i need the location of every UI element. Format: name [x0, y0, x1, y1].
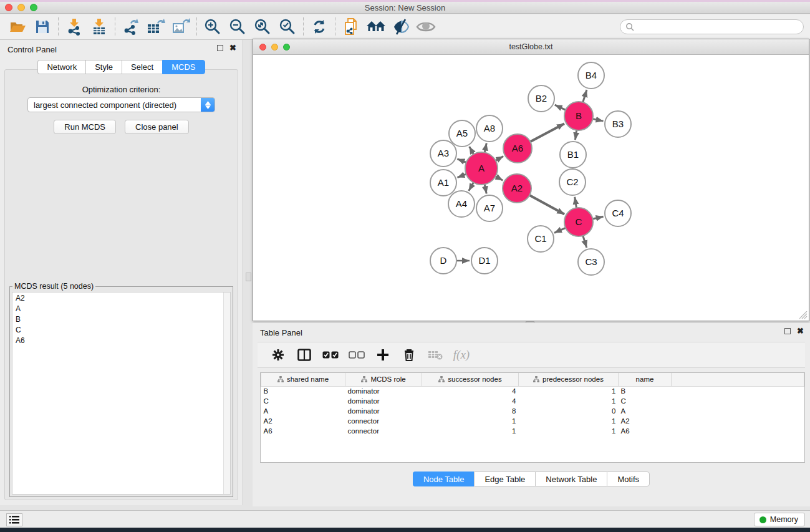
add-column-icon[interactable]	[372, 344, 393, 365]
clone-network-icon[interactable]	[339, 16, 364, 37]
graph-node[interactable]: A2	[503, 174, 531, 203]
column-header-mcds-role[interactable]: MCDS role	[345, 373, 422, 386]
search-input[interactable]	[634, 22, 803, 31]
column-header-predecessor-nodes[interactable]: predecessor nodes	[519, 373, 619, 386]
graph-edge[interactable]	[554, 228, 566, 233]
graph-edge[interactable]	[575, 130, 576, 140]
mcds-list-scrollbar[interactable]	[223, 293, 230, 494]
graph-node[interactable]: C1	[528, 226, 554, 252]
graph-node[interactable]: B2	[528, 85, 554, 112]
graph-edge[interactable]	[555, 105, 566, 110]
tab-style[interactable]: Style	[85, 60, 122, 74]
delete-table-icon[interactable]	[425, 344, 446, 365]
open-file-icon[interactable]	[5, 16, 30, 37]
tab-edge-table[interactable]: Edge Table	[474, 472, 535, 486]
delete-column-icon[interactable]	[398, 344, 420, 365]
optimization-criterion-select[interactable]: largest connected component (directed)	[27, 97, 215, 112]
table-row[interactable]: Cdominator41C	[261, 396, 804, 406]
zoom-fit-icon[interactable]	[250, 16, 275, 37]
graph-node[interactable]: C3	[578, 249, 604, 275]
tab-select[interactable]: Select	[122, 60, 162, 74]
function-builder-icon[interactable]: f(x)	[451, 344, 472, 365]
mcds-result-item[interactable]: A2	[12, 293, 230, 303]
node-table[interactable]: shared name MCDS role successor nodes pr…	[260, 372, 805, 463]
network-canvas[interactable]: AA1A2A3A4A5A6A7A8BB1B2B3B4CC1C2C3C4DD1	[253, 56, 809, 321]
column-header-successor-nodes[interactable]: successor nodes	[422, 373, 519, 386]
close-panel-button[interactable]: Close panel	[125, 120, 189, 134]
float-panel-icon[interactable]	[217, 45, 223, 51]
home-icon[interactable]	[364, 16, 388, 37]
tab-node-table[interactable]: Node Table	[413, 472, 475, 486]
graph-node[interactable]: D1	[471, 248, 498, 274]
graph-edge[interactable]	[592, 216, 603, 219]
graph-node[interactable]: B4	[578, 62, 604, 89]
graph-edge[interactable]	[593, 119, 604, 122]
column-header-shared-name[interactable]: shared name	[261, 373, 345, 386]
import-table-icon[interactable]	[87, 16, 112, 37]
graph-edge[interactable]	[583, 90, 587, 102]
network-window-titlebar[interactable]: testGlobe.txt	[253, 39, 809, 55]
zoom-out-icon[interactable]	[225, 16, 250, 37]
mcds-result-list[interactable]: A2ABCA6	[12, 292, 231, 495]
graph-edge[interactable]	[529, 195, 564, 215]
tab-mcds[interactable]: MCDS	[162, 60, 205, 74]
graph-node[interactable]: A7	[476, 195, 503, 221]
select-all-checks-icon[interactable]	[320, 344, 341, 365]
graph-edge[interactable]	[496, 177, 503, 181]
mcds-result-item[interactable]: A6	[12, 335, 230, 346]
export-table-icon[interactable]	[143, 16, 168, 37]
graph-edge[interactable]	[457, 159, 466, 163]
task-history-button[interactable]	[6, 513, 22, 526]
graph-edge[interactable]	[457, 174, 466, 177]
close-panel-icon[interactable]: ✖	[229, 45, 236, 51]
table-close-panel-icon[interactable]: ✖	[797, 328, 804, 334]
tab-network-table[interactable]: Network Table	[535, 472, 607, 486]
hide-panels-icon[interactable]	[388, 16, 413, 37]
refresh-icon[interactable]	[307, 16, 332, 37]
graph-node[interactable]: A4	[448, 191, 475, 217]
search-field[interactable]	[620, 19, 804, 34]
table-row[interactable]: Adominator80A	[261, 406, 804, 416]
graph-node[interactable]: A8	[476, 115, 503, 142]
tab-motifs[interactable]: Motifs	[607, 472, 650, 486]
column-selector-icon[interactable]	[294, 344, 315, 365]
graph-edge[interactable]	[575, 197, 577, 208]
graph-node[interactable]: C2	[559, 169, 586, 195]
graph-edge[interactable]	[470, 147, 474, 154]
graph-node[interactable]: A1	[430, 170, 456, 196]
tab-network[interactable]: Network	[37, 60, 85, 74]
mcds-result-item[interactable]: B	[12, 314, 230, 324]
zoom-in-icon[interactable]	[200, 16, 225, 37]
graph-node[interactable]: A	[465, 152, 498, 185]
export-network-icon[interactable]	[118, 16, 143, 37]
mcds-result-item[interactable]: C	[12, 324, 230, 335]
graph-node[interactable]: C4	[605, 200, 631, 226]
table-row[interactable]: A2connector11A2	[261, 416, 804, 426]
graph-node[interactable]: C	[564, 208, 593, 236]
graph-node[interactable]: A3	[430, 140, 456, 167]
memory-button[interactable]: Memory	[754, 513, 805, 526]
graph-edge[interactable]	[496, 157, 503, 161]
network-graph[interactable]: AA1A2A3A4A5A6A7A8BB1B2B3B4CC1C2C3C4DD1	[253, 56, 809, 321]
mcds-result-item[interactable]: A	[12, 303, 230, 314]
vertical-split-handle[interactable]	[246, 273, 251, 281]
graph-edge[interactable]	[485, 143, 486, 153]
graph-edge[interactable]	[583, 236, 587, 248]
column-header-name[interactable]: name	[619, 373, 672, 386]
table-float-panel-icon[interactable]	[784, 328, 791, 334]
show-graphics-details-icon[interactable]	[413, 16, 438, 37]
graph-edge[interactable]	[485, 184, 486, 193]
table-settings-icon[interactable]	[268, 344, 289, 365]
graph-node[interactable]: A5	[449, 120, 475, 147]
graph-edge[interactable]	[469, 183, 474, 191]
graph-node[interactable]: B	[564, 102, 593, 130]
graph-edge[interactable]	[530, 123, 564, 142]
table-row[interactable]: Bdominator41B	[261, 386, 804, 396]
resize-grip-icon[interactable]	[799, 311, 808, 319]
table-row[interactable]: A6connector11A6	[261, 426, 804, 436]
export-image-icon[interactable]	[168, 16, 193, 37]
graph-node[interactable]: D	[430, 248, 456, 274]
graph-node[interactable]: B1	[560, 142, 586, 168]
save-session-icon[interactable]	[30, 16, 55, 37]
run-mcds-button[interactable]: Run MCDS	[54, 120, 116, 134]
